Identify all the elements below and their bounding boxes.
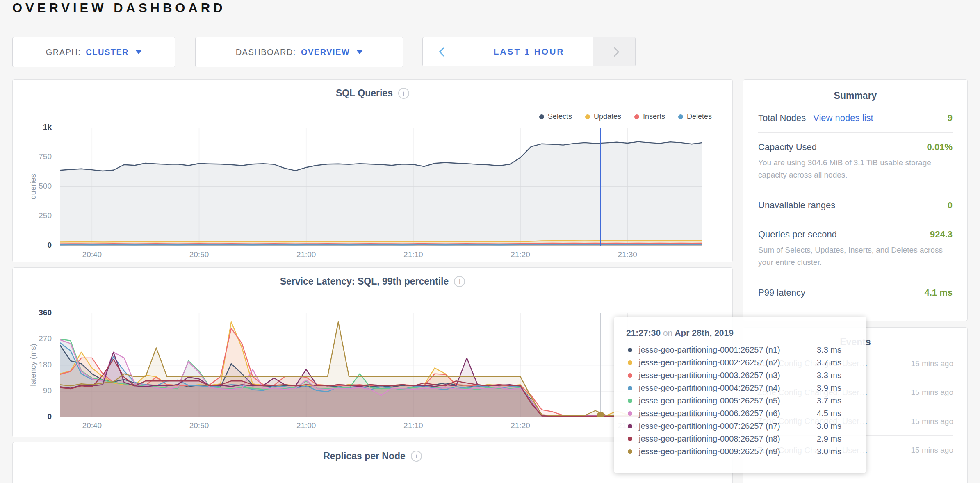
summary-value: 0: [948, 200, 953, 211]
tooltip-node-value: 3.7 ms: [817, 358, 841, 367]
summary-label: Total Nodes: [758, 113, 806, 123]
summary-label: Unavailable ranges: [758, 200, 835, 211]
node-color-dot-icon: [628, 449, 632, 454]
tooltip-node-value: 2.9 ms: [817, 434, 841, 444]
series-line: [60, 244, 702, 245]
tooltip-node-name: jesse-geo-partitioning-0006:26257 (n6): [639, 409, 815, 418]
graph-dropdown-label: GRAPH:: [46, 48, 81, 57]
legend-item: Inserts: [634, 112, 665, 121]
summary-panel: Summary Total Nodes View nodes list 9 Ca…: [743, 79, 968, 321]
graph-dropdown[interactable]: GRAPH: CLUSTER: [12, 37, 175, 67]
tooltip-row: jesse-geo-partitioning-0005:26257 (n5)3.…: [626, 394, 854, 407]
chart-title: Replicas per Node: [323, 451, 406, 462]
overview-dashboard-page: OVERVIEW DASHBOARD GRAPH: CLUSTER DASHBO…: [0, 0, 980, 483]
legend-item: Deletes: [678, 112, 712, 121]
summary-subtext: Sum of Selects, Updates, Inserts, and De…: [758, 244, 953, 269]
y-tick-label: 1k: [13, 123, 52, 132]
sql-queries-plot[interactable]: [60, 128, 702, 246]
info-icon[interactable]: i: [398, 88, 409, 99]
tooltip-row: jesse-geo-partitioning-0003:26257 (n3)3.…: [626, 369, 854, 382]
info-icon[interactable]: i: [454, 276, 465, 287]
x-tick-label: 21:30: [603, 250, 652, 259]
tooltip-node-value: 3.3 ms: [817, 345, 841, 355]
summary-value: 924.3: [930, 229, 953, 240]
summary-value: 0.01%: [927, 142, 953, 153]
x-tick-label: 20:50: [175, 421, 224, 430]
time-range-label[interactable]: LAST 1 HOUR: [465, 37, 593, 66]
tooltip-node-value: 3.0 ms: [817, 447, 841, 456]
page-title: OVERVIEW DASHBOARD: [12, 1, 226, 16]
tooltip-row: jesse-geo-partitioning-0002:26257 (n2)3.…: [626, 356, 854, 369]
tooltip-node-name: jesse-geo-partitioning-0007:26257 (n7): [639, 421, 815, 431]
chart-title: SQL Queries: [336, 88, 393, 99]
legend-dot-icon: [539, 114, 544, 119]
view-nodes-list-link[interactable]: View nodes list: [813, 113, 873, 123]
node-color-dot-icon: [628, 360, 632, 365]
y-tick-label: 360: [13, 308, 52, 317]
x-tick-label: 21:10: [389, 250, 438, 259]
tooltip-node-name: jesse-geo-partitioning-0008:26257 (n8): [639, 434, 815, 444]
y-axis-title: latency (ms): [29, 324, 38, 406]
tooltip-node-value: 3.9 ms: [817, 383, 841, 393]
chevron-left-icon: [439, 47, 449, 57]
info-icon[interactable]: i: [411, 451, 422, 462]
time-next-button[interactable]: [593, 37, 635, 66]
x-tick-label: 21:20: [496, 250, 545, 259]
legend-label: Deletes: [687, 112, 712, 121]
tooltip-row: jesse-geo-partitioning-0006:26257 (n6)4.…: [626, 407, 854, 420]
node-color-dot-icon: [628, 348, 632, 352]
summary-row-total-nodes: Total Nodes View nodes list 9: [758, 104, 953, 133]
chart-svg: [60, 313, 702, 417]
tooltip-rows: jesse-geo-partitioning-0001:26257 (n1)3.…: [626, 344, 854, 458]
legend-dot-icon: [678, 114, 683, 119]
tooltip-node-value: 4.5 ms: [817, 409, 841, 418]
chart-title-row: SQL Queries i: [13, 88, 732, 99]
chart-svg: [60, 128, 702, 246]
event-time: 15 mins ago: [907, 415, 953, 427]
time-prev-button[interactable]: [423, 37, 465, 66]
tooltip-row: jesse-geo-partitioning-0001:26257 (n1)3.…: [626, 344, 854, 356]
chevron-down-icon: [135, 50, 142, 54]
chart-title-row: Service Latency: SQL, 99th percentile i: [13, 276, 732, 287]
legend-dot-icon: [634, 114, 639, 119]
tooltip-node-name: jesse-geo-partitioning-0004:26257 (n4): [639, 383, 815, 393]
tooltip-date: Apr 28th, 2019: [675, 328, 734, 337]
tooltip-on-word: on: [663, 328, 672, 337]
series-area: [60, 322, 702, 417]
tooltip-node-name: jesse-geo-partitioning-0003:26257 (n3): [639, 371, 815, 380]
chevron-down-icon: [356, 50, 363, 54]
node-color-dot-icon: [628, 399, 632, 403]
tooltip-row: jesse-geo-partitioning-0009:26257 (n9)3.…: [626, 445, 854, 458]
service-latency-plot[interactable]: [60, 313, 702, 417]
x-tick-label: 20:40: [67, 250, 116, 259]
dashboard-dropdown-value: OVERVIEW: [301, 48, 350, 57]
summary-subtext: You are using 304.6 MiB of 3.1 TiB usabl…: [758, 157, 953, 182]
y-axis-title: queries: [29, 146, 38, 228]
tooltip-row: jesse-geo-partitioning-0008:26257 (n8)2.…: [626, 433, 854, 445]
y-tick-label: 0: [13, 412, 52, 421]
tooltip-node-value: 3.7 ms: [817, 396, 841, 406]
chart-legend: SelectsUpdatesInsertsDeletes: [539, 112, 712, 121]
legend-label: Updates: [594, 112, 621, 121]
tooltip-time: 21:27:30: [626, 328, 661, 337]
tooltip-row: jesse-geo-partitioning-0007:26257 (n7)3.…: [626, 420, 854, 433]
summary-label: Queries per second: [758, 229, 837, 240]
dashboard-dropdown-label: DASHBOARD:: [236, 48, 296, 57]
time-range-selector: LAST 1 HOUR: [422, 37, 636, 66]
summary-value: 9: [948, 113, 953, 123]
x-tick-label: 21:00: [282, 421, 331, 430]
tooltip-node-name: jesse-geo-partitioning-0002:26257 (n2): [639, 358, 815, 367]
summary-label: Capacity Used: [758, 142, 817, 153]
x-tick-label: 20:50: [175, 250, 224, 259]
chart-hover-tooltip: 21:27:30 on Apr 28th, 2019 jesse-geo-par…: [614, 317, 866, 473]
tooltip-node-name: jesse-geo-partitioning-0009:26257 (n9): [639, 447, 815, 456]
legend-label: Inserts: [643, 112, 665, 121]
summary-row-capacity-used: Capacity Used 0.01% You are using 304.6 …: [758, 133, 953, 191]
legend-item: Updates: [585, 112, 621, 121]
chevron-right-icon: [609, 47, 619, 57]
event-time: 15 mins ago: [907, 444, 953, 456]
dashboard-dropdown[interactable]: DASHBOARD: OVERVIEW: [195, 37, 403, 67]
legend-item: Selects: [539, 112, 572, 121]
node-color-dot-icon: [628, 411, 632, 416]
summary-value: 4.1 ms: [925, 287, 953, 298]
